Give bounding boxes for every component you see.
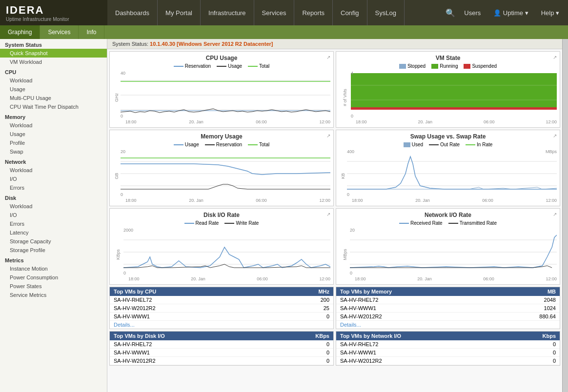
top-navigation: IDERA Uptime Infrastructure Monitor Dash… <box>0 0 568 25</box>
expand-icon-disk[interactable]: ↗ <box>326 212 330 217</box>
sidebar-item-vm-workload[interactable]: VM Workload <box>0 58 107 66</box>
chart-vm-state: ↗ VM State Stopped Running Suspended <box>336 51 560 128</box>
table-top-cpu: Top VMs by CPU MHz SA-HV-RHEL72200 SA-HV… <box>109 287 334 329</box>
sidebar-item-network-workload[interactable]: Workload <box>0 166 107 175</box>
swap-chart-svg <box>347 149 557 198</box>
legend-read-rate: Read Rate <box>184 220 219 226</box>
table-row: SA-HV-W2012R2880.64 <box>336 313 560 321</box>
sidebar-item-instance-motion[interactable]: Instance Motion <box>0 264 107 273</box>
sidebar-item-memory-profile[interactable]: Profile <box>0 138 107 147</box>
memory-x-axis: 18:00 20. Jan 06:00 12:00 <box>121 198 330 203</box>
scrollbar[interactable] <box>562 39 568 392</box>
sidebar-item-storage-profile[interactable]: Storage Profile <box>0 246 107 255</box>
table-row: SA-HV-WWW10 <box>110 313 333 321</box>
expand-icon-vm[interactable]: ↗ <box>553 55 557 60</box>
cpu-chart-svg <box>121 71 330 119</box>
search-icon[interactable]: 🔍 <box>446 8 455 18</box>
legend-reservation: Reservation <box>174 63 211 69</box>
legend-usage: Usage <box>217 63 242 69</box>
swap-x-axis: 18:00 20. Jan 06:00 12:00 <box>347 198 557 203</box>
nav-infrastructure[interactable]: Infrastructure <box>201 0 254 25</box>
legend-swap-used: Used <box>404 142 423 147</box>
nav-users[interactable]: Users <box>460 9 485 17</box>
sidebar-item-power-states[interactable]: Power States <box>0 282 107 291</box>
sidebar-item-storage-capacity[interactable]: Storage Capacity <box>0 237 107 246</box>
sidebar-item-multi-cpu-usage[interactable]: Multi-CPU Usage <box>0 94 107 102</box>
table-footer-cpu[interactable]: Details... <box>110 321 333 329</box>
nav-uptime[interactable]: 👤 Uptime ▾ <box>489 9 532 17</box>
sidebar-item-power-consumption[interactable]: Power Consumption <box>0 273 107 282</box>
legend-mem-reservation: Reservation <box>205 142 242 147</box>
network-y-label: MBps <box>342 249 347 260</box>
sidebar-item-cpu-usage[interactable]: Usage <box>0 85 107 94</box>
sidebar-item-disk-io[interactable]: I/O <box>0 211 107 219</box>
status-label: System Status: <box>112 41 148 47</box>
sidebar-section-network: Network <box>0 156 107 166</box>
sidebar-item-cpu-workload[interactable]: Workload <box>0 76 107 85</box>
sidebar-item-service-metrics[interactable]: Service Metrics <box>0 291 107 299</box>
network-x-axis: 18:00 20. Jan 06:00 12:00 <box>350 276 557 281</box>
table-footer-memory[interactable]: Details... <box>336 321 560 329</box>
cpu-x-axis: 18:00 20. Jan 06:00 12:00 <box>121 119 330 124</box>
brand-subtitle: Uptime Infrastructure Monitor <box>6 17 69 22</box>
vm-chart-svg <box>351 71 557 119</box>
chart-legend-network: Received Rate Transmitted Rate <box>339 220 557 226</box>
table-row: SA-HV-WWW11024 <box>336 304 560 313</box>
legend-total: Total <box>248 63 269 69</box>
table-unit-network: Kbps <box>543 333 556 339</box>
expand-icon-cpu[interactable]: ↗ <box>326 55 330 60</box>
sidebar-section-disk: Disk <box>0 192 107 202</box>
legend-swap-out: Out Rate <box>429 142 460 147</box>
sidebar-item-network-io[interactable]: I/O <box>0 175 107 183</box>
sidebar-item-disk-errors[interactable]: Errors <box>0 219 107 228</box>
table-unit-disk: KBps <box>315 333 329 339</box>
chart-swap-usage: ↗ Swap Usage vs. Swap Rate Used Out Rate… <box>336 130 560 206</box>
nav-syslog[interactable]: SysLog <box>367 0 405 25</box>
nav-help[interactable]: Help ▾ <box>537 9 563 17</box>
sidebar-item-cpu-wait-time[interactable]: CPU Wait Time Per Dispatch <box>0 102 107 111</box>
sidebar-item-network-errors[interactable]: Errors <box>0 183 107 192</box>
legend-suspended: Suspended <box>464 63 497 69</box>
tab-services[interactable]: Services <box>40 25 79 39</box>
table-row: SA-HV-WWW10 <box>110 349 333 357</box>
nav-dashboards[interactable]: Dashboards <box>107 0 158 25</box>
legend-swap-in: In Rate <box>466 142 492 147</box>
nav-reports[interactable]: Reports <box>294 0 333 25</box>
table-row: SA-HV-W2012R20 <box>336 357 560 365</box>
expand-icon-memory[interactable]: ↗ <box>326 133 330 138</box>
table-title-network: Top VMs by Network I/O <box>340 333 401 339</box>
sidebar-item-memory-workload[interactable]: Workload <box>0 121 107 130</box>
vm-x-axis: 18:00 20. Jan 06:00 12:00 <box>351 119 557 124</box>
chart-legend-disk: Read Rate Write Rate <box>113 220 330 226</box>
nav-myportal[interactable]: My Portal <box>158 0 201 25</box>
expand-icon-network[interactable]: ↗ <box>553 212 557 217</box>
table-header-network: Top VMs by Network I/O Kbps <box>336 332 560 340</box>
network-chart-svg <box>350 228 557 276</box>
sidebar: System Status Quick Snapshot VM Workload… <box>0 39 107 392</box>
table-row: SA-HV-RHEL720 <box>336 340 560 349</box>
nav-services[interactable]: Services <box>254 0 295 25</box>
memory-y-label: GB <box>114 173 119 179</box>
sidebar-item-disk-latency[interactable]: Latency <box>0 228 107 237</box>
status-bar: System Status: 10.1.40.30 [Windows Serve… <box>107 39 562 49</box>
status-value: 10.1.40.30 [Windows Server 2012 R2 Datac… <box>150 41 273 47</box>
content-area: System Status: 10.1.40.30 [Windows Serve… <box>107 39 562 392</box>
sidebar-item-quick-snapshot[interactable]: Quick Snapshot <box>0 49 107 58</box>
charts-grid: ↗ CPU Usage Reservation Usage Total <box>107 49 562 287</box>
legend-mem-total: Total <box>248 142 269 147</box>
chart-disk-io: ↗ Disk I/O Rate Read Rate Write Rate KBp… <box>109 208 334 285</box>
sidebar-item-memory-usage[interactable]: Usage <box>0 130 107 138</box>
legend-received-rate: Received Rate <box>399 220 443 226</box>
table-title-disk: Top VMs by Disk I/O <box>114 333 165 339</box>
chart-legend-vm: Stopped Running Suspended <box>339 63 557 69</box>
nav-right: 🔍 Users 👤 Uptime ▾ Help ▾ <box>441 0 568 25</box>
expand-icon-swap[interactable]: ↗ <box>553 133 557 138</box>
tab-graphing[interactable]: Graphing <box>0 25 40 39</box>
chart-legend-memory: Usage Reservation Total <box>113 142 330 147</box>
sidebar-item-memory-swap[interactable]: Swap <box>0 147 107 156</box>
chart-title-memory: Memory Usage <box>113 133 330 140</box>
nav-config[interactable]: Config <box>333 0 367 25</box>
sidebar-item-disk-workload[interactable]: Workload <box>0 202 107 211</box>
tab-info[interactable]: Info <box>79 25 104 39</box>
legend-mem-usage: Usage <box>174 142 199 147</box>
